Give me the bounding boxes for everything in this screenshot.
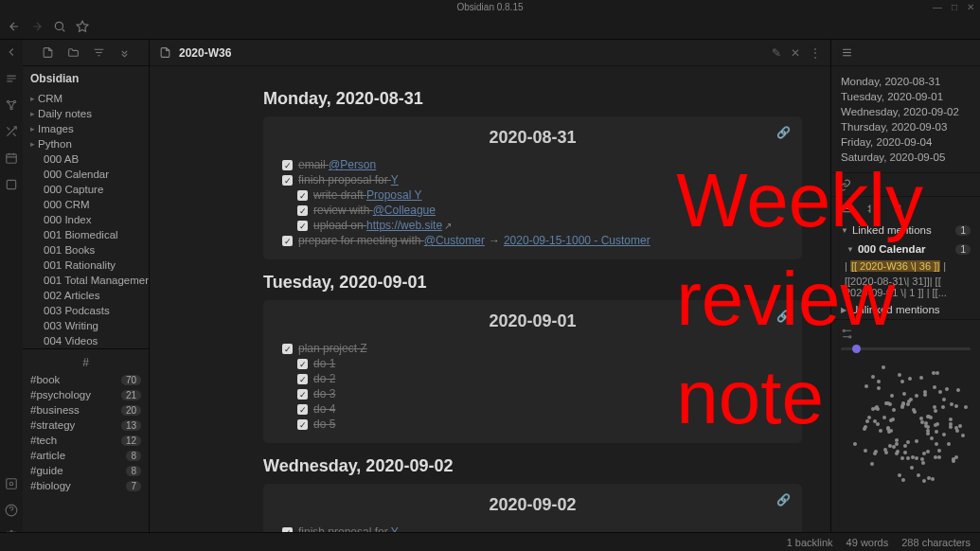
collapse-results-icon[interactable]: [841, 203, 853, 215]
folder-item[interactable]: ▸ Daily notes: [27, 106, 145, 121]
checkbox-icon[interactable]: ✓: [297, 374, 308, 384]
file-item[interactable]: 000 Calendar: [27, 167, 145, 182]
graph-canvas[interactable]: [837, 356, 974, 498]
checkbox-icon[interactable]: ✓: [282, 175, 293, 186]
note-content[interactable]: Monday, 2020-08-31🔗2020-08-31✓email @Per…: [150, 66, 830, 551]
task-item[interactable]: ✓do 3: [282, 386, 783, 401]
preview-icon[interactable]: ✎: [772, 46, 781, 60]
checkbox-icon[interactable]: ✓: [297, 404, 308, 415]
internal-link[interactable]: @Customer: [424, 234, 485, 247]
tag-item[interactable]: #strategy13: [28, 418, 143, 433]
embed-link-icon[interactable]: 🔗: [776, 126, 791, 139]
random-icon[interactable]: [5, 125, 18, 138]
task-item[interactable]: ✓plan project Z: [282, 341, 783, 356]
tag-item[interactable]: #book70: [28, 372, 143, 387]
tag-item[interactable]: #tech12: [28, 433, 143, 448]
file-item[interactable]: 001 Rationality: [27, 258, 145, 273]
outline-item[interactable]: Monday, 2020-08-31: [841, 74, 971, 89]
checkbox-icon[interactable]: ✓: [297, 359, 308, 369]
file-item[interactable]: 003 Podcasts: [27, 303, 145, 318]
internal-link[interactable]: Y: [391, 173, 399, 187]
more-icon[interactable]: ⋮: [810, 46, 821, 60]
file-item[interactable]: 001 Biomedical: [27, 227, 145, 242]
outline-item[interactable]: Tuesday, 2020-09-01: [841, 89, 971, 104]
embed-link-icon[interactable]: 🔗: [776, 493, 791, 507]
task-item[interactable]: ✓do 2: [282, 371, 783, 386]
outline-item[interactable]: Wednesday, 2020-09-02: [841, 104, 971, 119]
file-item[interactable]: 001 Total Management: [27, 273, 145, 288]
checkbox-icon[interactable]: ✓: [282, 344, 293, 354]
tag-item[interactable]: #guide8: [28, 463, 143, 478]
template-icon[interactable]: [5, 178, 18, 191]
file-item[interactable]: 000 Index: [27, 212, 145, 227]
task-item[interactable]: ✓do 1: [282, 356, 783, 371]
checkbox-icon[interactable]: ✓: [297, 205, 308, 216]
tag-item[interactable]: #business20: [28, 402, 143, 418]
task-item[interactable]: ✓write draft Proposal Y: [282, 187, 783, 203]
linked-mentions-header[interactable]: ▼Linked mentions1: [831, 221, 980, 240]
graph-depth-slider[interactable]: [841, 347, 971, 350]
graph-icon[interactable]: [5, 98, 18, 112]
backlinks-tab-icon[interactable]: [839, 179, 851, 191]
task-item[interactable]: ✓email @Person: [282, 157, 783, 172]
close-icon[interactable]: ✕: [967, 2, 974, 12]
mention-result[interactable]: | [[ 2020-W36 \| 36 ]] |: [831, 258, 980, 274]
checkbox-icon[interactable]: ✓: [282, 160, 293, 170]
file-item[interactable]: 000 AB: [27, 151, 145, 167]
file-item[interactable]: 000 CRM: [27, 197, 145, 212]
mention-file[interactable]: ▼000 Calendar1: [831, 240, 980, 258]
file-item[interactable]: 001 Books: [27, 242, 145, 258]
checkbox-icon[interactable]: ✓: [297, 221, 308, 231]
outline-tab-icon[interactable]: [841, 46, 853, 59]
quick-switcher-icon[interactable]: [5, 72, 18, 85]
forward-icon[interactable]: [30, 20, 44, 33]
calendar-icon[interactable]: [5, 151, 18, 165]
checkbox-icon[interactable]: ✓: [282, 236, 293, 246]
collapse-icon[interactable]: [5, 45, 18, 59]
tag-item[interactable]: #biology7: [28, 478, 143, 493]
new-note-icon[interactable]: [42, 46, 54, 59]
new-folder-icon[interactable]: [67, 46, 80, 59]
outline-item[interactable]: Thursday, 2020-09-03: [841, 119, 971, 134]
back-icon[interactable]: [8, 20, 21, 33]
unlinked-mentions-header[interactable]: ▶Unlinked mentions: [831, 300, 980, 319]
checkbox-icon[interactable]: ✓: [297, 389, 308, 400]
task-item[interactable]: ✓finish proposal for Y: [282, 172, 783, 187]
internal-link[interactable]: 2020-09-15-1000 - Customer: [504, 234, 650, 247]
internal-link[interactable]: Proposal Y: [366, 188, 421, 202]
folder-item[interactable]: ▸ Python: [27, 136, 145, 151]
close-tab-icon[interactable]: ✕: [791, 46, 800, 60]
task-item[interactable]: ✓upload on https://web.site↗: [282, 218, 783, 233]
file-item[interactable]: 004 Videos: [27, 333, 145, 348]
file-item[interactable]: 003 Writing: [27, 318, 145, 333]
graph-settings-icon[interactable]: [841, 328, 853, 340]
vault-icon[interactable]: [5, 477, 18, 490]
context-icon[interactable]: [866, 203, 879, 215]
outline-item[interactable]: Friday, 2020-09-04: [841, 134, 971, 150]
star-icon[interactable]: [76, 20, 89, 33]
minimize-icon[interactable]: —: [933, 2, 942, 12]
task-item[interactable]: ✓prepare for meeting with @Customer→2020…: [282, 233, 783, 248]
tag-item[interactable]: #psychology21: [28, 387, 143, 402]
folder-item[interactable]: ▸ Images: [27, 121, 145, 136]
file-item[interactable]: 000 Capture: [27, 182, 145, 197]
sort-results-icon[interactable]: [892, 203, 904, 215]
outline-item[interactable]: Saturday, 2020-09-05: [841, 150, 971, 165]
task-item[interactable]: ✓review with @Colleague: [282, 203, 783, 218]
embed-link-icon[interactable]: 🔗: [776, 310, 791, 323]
sort-icon[interactable]: [93, 46, 105, 59]
search-icon[interactable]: [53, 20, 66, 33]
task-item[interactable]: ✓do 5: [282, 417, 783, 432]
file-item[interactable]: 002 Articles: [27, 288, 145, 303]
checkbox-icon[interactable]: ✓: [297, 190, 308, 201]
maximize-icon[interactable]: □: [952, 2, 957, 12]
help-icon[interactable]: [5, 504, 18, 517]
external-link[interactable]: https://web.site: [366, 219, 442, 232]
internal-link[interactable]: @Person: [329, 158, 376, 171]
tag-item[interactable]: #article8: [28, 448, 143, 463]
internal-link[interactable]: @Colleague: [373, 204, 436, 217]
checkbox-icon[interactable]: ✓: [297, 419, 308, 430]
collapse-tree-icon[interactable]: [118, 46, 131, 59]
task-item[interactable]: ✓do 4: [282, 401, 783, 417]
folder-item[interactable]: ▸ CRM: [27, 91, 145, 106]
